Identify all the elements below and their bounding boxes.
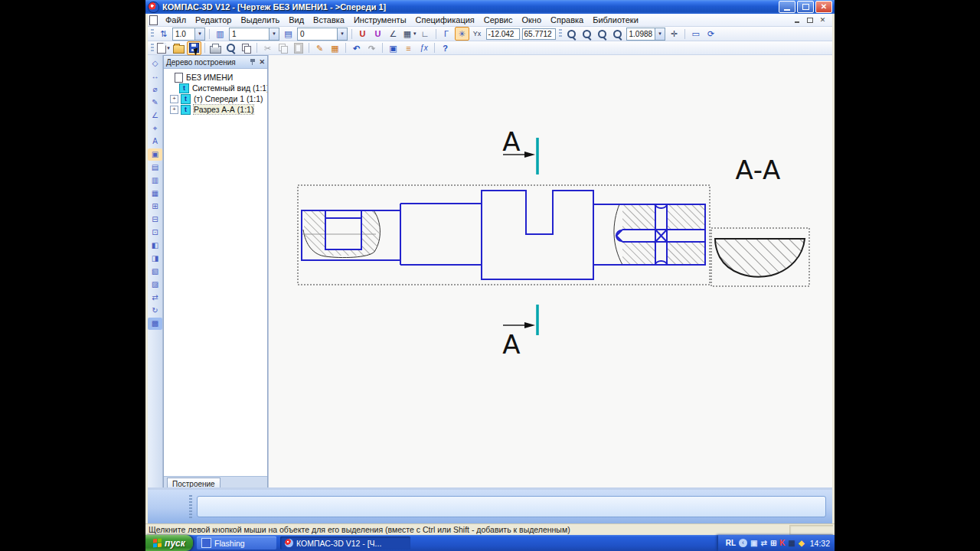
table-button[interactable]: ▦ xyxy=(328,41,342,55)
child-minimize-button[interactable] xyxy=(792,16,802,24)
expand-icon[interactable]: + xyxy=(170,106,178,114)
open-button[interactable] xyxy=(172,41,186,55)
tree-item-system-view[interactable]: t Системный вид (1:1) xyxy=(165,83,266,93)
cut-button[interactable]: ✂ xyxy=(260,41,275,55)
menu-specification[interactable]: Спецификация xyxy=(411,15,479,25)
child-restore-button[interactable] xyxy=(805,16,815,24)
task-kompas[interactable]: КОМПАС-3D V12 - [Ч... xyxy=(280,536,410,549)
zoom-dropdown-icon[interactable]: ▾ xyxy=(655,28,665,40)
menu-tools[interactable]: Инструменты xyxy=(349,15,411,25)
scale-dropdown-icon[interactable]: ▾ xyxy=(194,28,204,40)
sheet-value[interactable]: 0 xyxy=(298,30,337,38)
tree-close-icon[interactable]: ✕ xyxy=(259,58,265,66)
panel-reports-button[interactable]: ▥ xyxy=(148,174,162,187)
section-aa-shape[interactable] xyxy=(715,239,805,277)
view-selection-frame[interactable] xyxy=(298,185,710,285)
panel-designations-button[interactable]: ⌀ xyxy=(148,83,162,96)
new-document-button[interactable]: ▾ xyxy=(156,41,171,55)
current-scale-button[interactable]: ⇅ xyxy=(156,27,171,41)
sheet-combo[interactable]: 0 ▾ xyxy=(297,28,348,41)
panel-specification-button[interactable]: ▤ xyxy=(148,161,162,174)
language-indicator[interactable]: RL xyxy=(726,539,736,547)
taskbar-clock[interactable]: 14:32 xyxy=(810,539,830,548)
ortho-button[interactable]: Г xyxy=(439,27,454,41)
snap-local-button[interactable]: U xyxy=(371,27,385,41)
restore-button[interactable] xyxy=(797,1,814,13)
close-button[interactable]: ✕ xyxy=(815,1,832,13)
panel-assoc-views-button[interactable]: ▣ xyxy=(148,148,162,161)
print-preview-button[interactable] xyxy=(224,41,238,55)
menu-insert[interactable]: Вставка xyxy=(309,15,349,25)
save-button[interactable] xyxy=(187,41,201,55)
x-coordinate-field[interactable]: -12.042 xyxy=(486,28,520,40)
menu-service[interactable]: Сервис xyxy=(479,15,518,25)
menu-view[interactable]: Вид xyxy=(284,15,309,25)
panel-dimensions-button[interactable]: ↔ xyxy=(148,70,162,83)
panel-tool-18-button[interactable]: ▨ xyxy=(148,279,162,291)
panel-parametrization-button[interactable]: ∠ xyxy=(148,109,162,122)
tray-icon-network[interactable]: ⇄ xyxy=(761,539,767,547)
task-flashing[interactable]: Flashing xyxy=(197,536,276,549)
panel-tool-17-button[interactable]: ▧ xyxy=(148,266,162,278)
grid-button[interactable]: ▦▾ xyxy=(401,27,417,41)
zoom-all-button[interactable] xyxy=(580,27,594,41)
new-window-button[interactable]: ▣ xyxy=(386,41,400,55)
panel-editing-button[interactable]: ✎ xyxy=(148,96,162,109)
rounding-button[interactable]: ✳ xyxy=(455,27,469,41)
zoom-area-button[interactable] xyxy=(564,27,579,41)
menu-libraries[interactable]: Библиотеки xyxy=(588,15,643,25)
zoom-value[interactable]: 1.0988 xyxy=(627,30,655,38)
section-mark-top[interactable]: А xyxy=(502,126,537,174)
panel-tool-15-button[interactable]: ◧ xyxy=(148,240,162,252)
tree-item-section-aa[interactable]: + t Разрез А-А (1:1) xyxy=(165,104,266,115)
panel-geometry-button[interactable]: ◇ xyxy=(148,57,162,70)
tray-icon-window[interactable]: ▣ xyxy=(750,539,757,547)
local-csys-button[interactable]: ∟ xyxy=(418,27,433,41)
zoom-combo[interactable]: 1.0988 ▾ xyxy=(626,28,666,41)
menu-file[interactable]: Файл xyxy=(161,15,191,25)
panel-tool-21-button[interactable]: ▩ xyxy=(148,318,162,330)
tree-header[interactable]: Дерево построения ✕ xyxy=(164,56,267,69)
pin-icon[interactable] xyxy=(250,58,256,66)
menu-window[interactable]: Окно xyxy=(517,15,546,25)
child-close-button[interactable]: ✕ xyxy=(818,16,828,24)
minimize-button[interactable] xyxy=(779,1,795,13)
toolbar-grip[interactable] xyxy=(151,29,154,38)
tree-root-item[interactable]: БЕЗ ИМЕНИ xyxy=(165,72,266,83)
snap-global-button[interactable]: U xyxy=(355,27,370,41)
y-coordinate-field[interactable]: 65.7712 xyxy=(522,28,556,40)
new-dropdown-icon[interactable]: ▾ xyxy=(167,45,170,51)
tray-icon-shield[interactable]: ◆ xyxy=(799,539,805,547)
scale-combo[interactable]: 1.0 ▾ xyxy=(172,28,205,41)
panel-tool-14-button[interactable]: ⊡ xyxy=(148,227,162,239)
panel-tool-19-button[interactable]: ⇄ xyxy=(148,292,162,304)
redo-button[interactable]: ↷ xyxy=(364,41,379,55)
zoom-in-button[interactable] xyxy=(595,27,609,41)
property-message-field[interactable] xyxy=(197,496,826,517)
tray-icon-grid[interactable]: ▦ xyxy=(789,539,795,547)
fx-button[interactable]: ƒx xyxy=(416,41,431,55)
start-button[interactable]: пуск xyxy=(145,535,193,551)
drawing-canvas[interactable]: А А А-А xyxy=(268,55,832,487)
layers-button[interactable]: ▥ xyxy=(213,27,227,41)
layer-combo[interactable]: 1 ▾ xyxy=(229,28,279,41)
refresh-image-button[interactable]: ⟳ xyxy=(704,27,718,41)
expand-icon[interactable]: + xyxy=(170,95,178,103)
toolbar-grip-3[interactable] xyxy=(151,44,154,53)
panel-measure-button[interactable]: ⌖ xyxy=(148,122,162,135)
toolbar-grip-2[interactable] xyxy=(559,29,562,38)
panel-tool-16-button[interactable]: ◨ xyxy=(148,253,162,265)
coords-button[interactable]: Yx xyxy=(470,27,485,41)
context-help-button[interactable]: ? xyxy=(438,41,452,55)
layer-dropdown-icon[interactable]: ▾ xyxy=(269,28,279,40)
panel-tool-11-button[interactable]: ▦ xyxy=(148,187,162,200)
panel-tool-13-button[interactable]: ⊟ xyxy=(148,214,162,226)
print-button[interactable] xyxy=(208,41,223,55)
sheet-dropdown-icon[interactable]: ▾ xyxy=(337,28,347,40)
zoom-value-button[interactable] xyxy=(610,27,625,41)
undo-button[interactable]: ↶ xyxy=(349,41,364,55)
copy-button[interactable] xyxy=(276,41,290,55)
panel-tool-12-button[interactable]: ⊞ xyxy=(148,201,162,213)
pan-button[interactable]: ✛ xyxy=(667,27,681,41)
grid-dropdown-icon[interactable]: ▾ xyxy=(413,31,416,37)
